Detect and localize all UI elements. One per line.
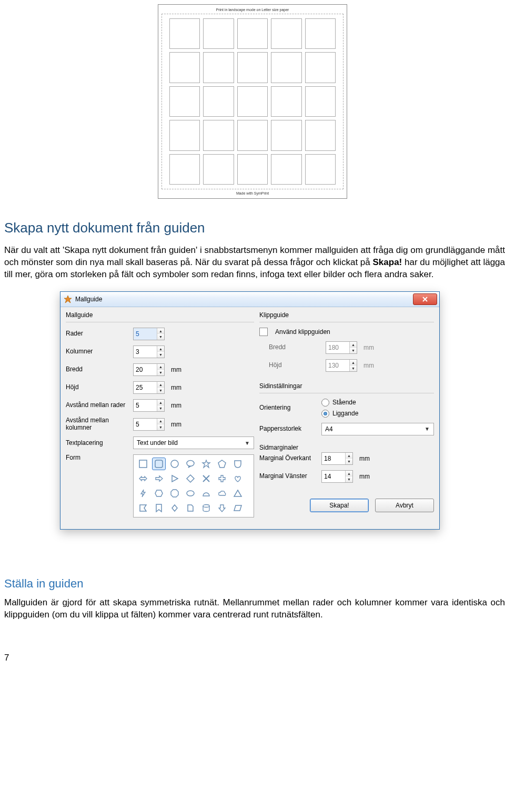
cols-stepper[interactable]: ▲▼ (133, 346, 165, 358)
spin-down-icon[interactable]: ▼ (157, 352, 164, 358)
shape-circle-icon[interactable] (168, 458, 181, 470)
shape-x-icon[interactable] (199, 472, 213, 485)
spin-down-icon[interactable]: ▼ (346, 476, 352, 482)
spin-up-icon[interactable]: ▲ (346, 471, 352, 477)
chevron-down-icon: ▼ (243, 440, 251, 446)
group-page: Sidinställningar (259, 382, 434, 390)
shape-double-arrow-h-icon[interactable] (136, 472, 150, 485)
spin-down-icon[interactable]: ▼ (346, 459, 352, 464)
spin-up-icon[interactable]: ▲ (157, 419, 164, 425)
spin-up-icon[interactable]: ▲ (346, 453, 352, 459)
shape-triangle-right-icon[interactable] (168, 472, 181, 485)
shape-picker[interactable] (133, 454, 254, 517)
radio-landscape[interactable]: Liggande (321, 410, 358, 418)
app-icon (64, 295, 72, 303)
spin-down-icon[interactable]: ▼ (350, 348, 357, 353)
rowgap-input[interactable] (134, 400, 157, 411)
svg-marker-5 (203, 460, 210, 468)
radio-portrait[interactable]: Stående (321, 399, 358, 407)
shape-cloud-icon[interactable] (215, 487, 229, 500)
shape-shield-icon[interactable] (231, 458, 245, 470)
titlebar: Mallguide (60, 292, 439, 307)
shape-document-icon[interactable] (184, 502, 197, 514)
shape-star-icon[interactable] (199, 458, 213, 470)
spin-up-icon[interactable]: ▲ (157, 328, 164, 334)
left-panel: Mallguide Rader ▲▼ Kolumner ▲▼ (66, 311, 254, 523)
shape-flag-icon[interactable] (136, 502, 150, 514)
margin-left-input[interactable] (322, 471, 345, 482)
svg-rect-1 (139, 460, 147, 468)
shape-heart-icon[interactable] (231, 472, 245, 485)
cancel-button[interactable]: Avbryt (375, 499, 434, 512)
spin-up-icon[interactable]: ▲ (157, 364, 164, 370)
spin-up-icon[interactable]: ▲ (350, 342, 357, 348)
svg-marker-17 (234, 505, 241, 511)
cut-width-stepper[interactable]: ▲▼ (326, 341, 357, 354)
label-colgap: Avstånd mellan kolumner (66, 417, 129, 432)
spin-down-icon[interactable]: ▼ (157, 405, 164, 411)
rowgap-stepper[interactable]: ▲▼ (133, 399, 165, 412)
preview-header: Print in landscape mode on Letter size p… (161, 8, 344, 12)
shape-arrow-right-icon[interactable] (152, 472, 166, 485)
cut-width-input[interactable] (326, 342, 349, 353)
svg-marker-15 (172, 505, 177, 511)
shape-speech-bubble-icon[interactable] (184, 458, 197, 470)
spin-up-icon[interactable]: ▲ (157, 346, 164, 352)
label-textpos: Textplacering (66, 440, 129, 447)
rows-stepper[interactable]: ▲▼ (133, 328, 165, 340)
shape-plus-icon[interactable] (215, 472, 229, 485)
svg-point-16 (203, 505, 209, 508)
shape-diamond-icon[interactable] (184, 472, 197, 485)
rows-input[interactable] (134, 328, 157, 340)
width-input[interactable] (134, 364, 157, 375)
shape-bolt-icon[interactable] (136, 487, 150, 500)
shape-cylinder-icon[interactable] (199, 502, 213, 514)
spin-down-icon[interactable]: ▼ (157, 370, 164, 375)
shape-parallelogram-icon[interactable] (231, 502, 245, 514)
preview-grid (169, 18, 336, 185)
close-button[interactable] (413, 293, 437, 305)
label-cut-width: Bredd (259, 344, 321, 351)
shape-square-icon[interactable] (136, 458, 150, 470)
height-stepper[interactable]: ▲▼ (133, 381, 165, 394)
colgap-input[interactable] (134, 419, 157, 430)
textpos-value: Text under bild (137, 439, 178, 446)
shape-triangle-up-icon[interactable] (231, 487, 245, 500)
margin-top-input[interactable] (322, 453, 345, 464)
shape-hexagon-icon[interactable] (152, 487, 166, 500)
heading-create-doc: Skapa nytt dokument från guiden (0, 220, 505, 236)
textpos-dropdown[interactable]: Text under bild ▼ (133, 437, 254, 449)
height-input[interactable] (134, 382, 157, 393)
svg-marker-13 (234, 490, 241, 496)
use-cutguide-checkbox[interactable] (259, 328, 268, 336)
right-panel: Klippguide Använd klippguiden Bredd ▲▼ m… (259, 311, 434, 523)
paper-dropdown[interactable]: A4 ▼ (321, 423, 434, 435)
shape-diamond2-icon[interactable] (168, 502, 181, 514)
spin-up-icon[interactable]: ▲ (350, 360, 357, 366)
label-margin-left: Marginal Vänster (259, 473, 317, 480)
spin-down-icon[interactable]: ▼ (350, 366, 357, 371)
cols-input[interactable] (134, 346, 157, 358)
margin-left-stepper[interactable]: ▲▼ (321, 470, 353, 483)
shape-half-circle-icon[interactable] (199, 487, 213, 500)
label-orientation: Orientering (259, 404, 317, 412)
shape-bookmark-icon[interactable] (152, 502, 166, 514)
spin-down-icon[interactable]: ▼ (157, 424, 164, 430)
width-stepper[interactable]: ▲▼ (133, 363, 165, 376)
shape-ellipse-icon[interactable] (184, 487, 197, 500)
create-button[interactable]: Skapa! (310, 499, 369, 512)
shape-octagon-icon[interactable] (168, 487, 181, 500)
spin-up-icon[interactable]: ▲ (157, 382, 164, 388)
cut-height-input[interactable] (326, 360, 349, 371)
label-rows: Rader (66, 330, 129, 338)
colgap-stepper[interactable]: ▲▼ (133, 418, 165, 431)
cut-height-stepper[interactable]: ▲▼ (326, 359, 357, 372)
spin-up-icon[interactable]: ▲ (157, 400, 164, 406)
label-use-cutguide: Använd klippguiden (275, 328, 330, 336)
shape-pentagon-icon[interactable] (215, 458, 229, 470)
margin-top-stepper[interactable]: ▲▼ (321, 452, 353, 465)
spin-down-icon[interactable]: ▼ (157, 388, 164, 393)
shape-arrow-down-icon[interactable] (215, 502, 229, 514)
shape-rounded-square-icon[interactable] (152, 458, 166, 470)
spin-down-icon[interactable]: ▼ (157, 334, 164, 340)
